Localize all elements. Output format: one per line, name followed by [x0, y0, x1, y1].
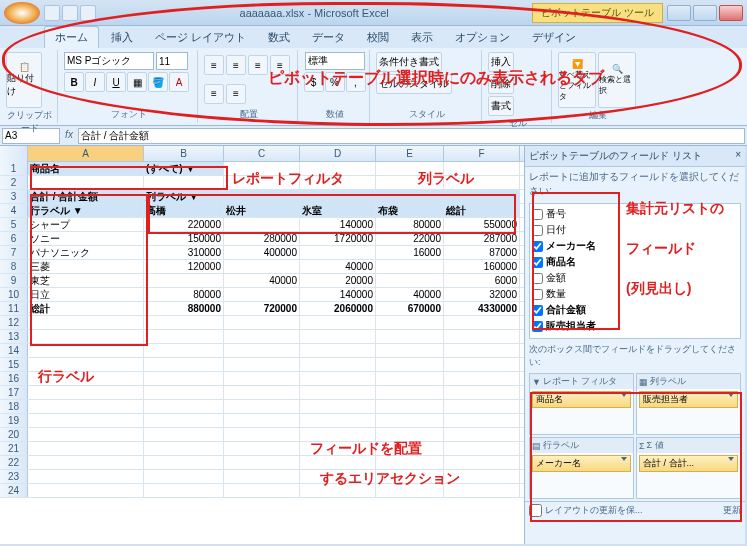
- cell[interactable]: [28, 414, 144, 427]
- cell[interactable]: ソニー: [28, 232, 144, 245]
- cell[interactable]: [444, 316, 520, 329]
- col-header-f[interactable]: F: [444, 146, 520, 161]
- tab-page-layout[interactable]: ページ レイアウト: [145, 27, 256, 48]
- cell[interactable]: [224, 260, 300, 273]
- tab-formulas[interactable]: 数式: [258, 27, 300, 48]
- cell[interactable]: 40000: [224, 274, 300, 287]
- cell[interactable]: [144, 330, 224, 343]
- cell[interactable]: 670000: [376, 302, 444, 315]
- cell[interactable]: 550000: [444, 218, 520, 231]
- cell[interactable]: [300, 372, 376, 385]
- align-right-button[interactable]: ≡: [226, 84, 246, 104]
- undo-icon[interactable]: [62, 5, 78, 21]
- row-header[interactable]: 13: [0, 330, 28, 343]
- cell[interactable]: 400000: [224, 246, 300, 259]
- col-header-d[interactable]: D: [300, 146, 376, 161]
- cell[interactable]: 総計: [444, 204, 520, 217]
- field-checkbox[interactable]: [532, 241, 543, 252]
- cell[interactable]: 80000: [376, 218, 444, 231]
- cell[interactable]: [444, 372, 520, 385]
- cell[interactable]: [144, 386, 224, 399]
- cell[interactable]: [28, 442, 144, 455]
- cell[interactable]: 合計 / 合計金額: [28, 190, 144, 203]
- cell[interactable]: [300, 358, 376, 371]
- row-header[interactable]: 6: [0, 232, 28, 245]
- row-header[interactable]: 19: [0, 414, 28, 427]
- field-checkbox[interactable]: [532, 321, 543, 332]
- align-bot-button[interactable]: ≡: [248, 55, 268, 75]
- row-header[interactable]: 15: [0, 358, 28, 371]
- cell[interactable]: [444, 414, 520, 427]
- cell[interactable]: [28, 386, 144, 399]
- row-header[interactable]: 4: [0, 204, 28, 217]
- cell[interactable]: [376, 400, 444, 413]
- field-checkbox[interactable]: [532, 225, 543, 236]
- row-header[interactable]: 22: [0, 456, 28, 469]
- cell[interactable]: [444, 428, 520, 441]
- col-header-c[interactable]: C: [224, 146, 300, 161]
- defer-checkbox[interactable]: [529, 504, 542, 517]
- tab-insert[interactable]: 挿入: [101, 27, 143, 48]
- cell[interactable]: 布袋: [376, 204, 444, 217]
- cell[interactable]: [144, 400, 224, 413]
- row-header[interactable]: 9: [0, 274, 28, 287]
- col-header-b[interactable]: B: [144, 146, 224, 161]
- cell[interactable]: [300, 414, 376, 427]
- save-icon[interactable]: [44, 5, 60, 21]
- cell[interactable]: [300, 246, 376, 259]
- cell[interactable]: [28, 484, 144, 497]
- row-header[interactable]: 21: [0, 442, 28, 455]
- cell[interactable]: 列ラベル ▼: [144, 190, 224, 203]
- fill-color-button[interactable]: 🪣: [148, 72, 168, 92]
- cell[interactable]: 氷室: [300, 204, 376, 217]
- tab-options[interactable]: オプション: [445, 27, 520, 48]
- field-checkbox[interactable]: [532, 209, 543, 220]
- area-item[interactable]: メーカー名: [532, 455, 631, 472]
- format-cells-button[interactable]: 書式: [488, 96, 514, 116]
- cell[interactable]: [224, 428, 300, 441]
- row-header[interactable]: 24: [0, 484, 28, 497]
- cell[interactable]: [224, 484, 300, 497]
- col-header-a[interactable]: A: [28, 146, 144, 161]
- grid-body[interactable]: 1商品名(すべて) ▼23合計 / 合計金額列ラベル ▼4行ラベル ▼高橋松井氷…: [0, 162, 524, 498]
- cell[interactable]: (すべて) ▼: [144, 162, 224, 175]
- cell[interactable]: 287000: [444, 232, 520, 245]
- redo-icon[interactable]: [80, 5, 96, 21]
- cell[interactable]: 6000: [444, 274, 520, 287]
- cell[interactable]: 22000: [376, 232, 444, 245]
- field-checkbox[interactable]: [532, 257, 543, 268]
- cell[interactable]: [224, 288, 300, 301]
- cell[interactable]: [376, 386, 444, 399]
- cell[interactable]: [224, 316, 300, 329]
- field-checkbox[interactable]: [532, 289, 543, 300]
- cell[interactable]: [300, 190, 376, 203]
- minimize-button[interactable]: [667, 5, 691, 21]
- row-header[interactable]: 8: [0, 260, 28, 273]
- cell[interactable]: 20000: [300, 274, 376, 287]
- cell[interactable]: 140000: [300, 288, 376, 301]
- cell[interactable]: 松井: [224, 204, 300, 217]
- cell[interactable]: [28, 344, 144, 357]
- cell[interactable]: [376, 372, 444, 385]
- row-header[interactable]: 2: [0, 176, 28, 189]
- cell[interactable]: [300, 316, 376, 329]
- update-button[interactable]: 更新: [723, 504, 741, 517]
- cell[interactable]: 4330000: [444, 302, 520, 315]
- cell[interactable]: [224, 414, 300, 427]
- cell[interactable]: 150000: [144, 232, 224, 245]
- field-list[interactable]: 番号日付メーカー名商品名金額数量合計金額販売担当者: [529, 203, 741, 339]
- area-item[interactable]: 合計 / 合計...: [639, 455, 738, 472]
- field-list-item[interactable]: 販売担当者: [532, 318, 738, 334]
- cell[interactable]: [224, 442, 300, 455]
- cell[interactable]: [224, 218, 300, 231]
- row-header[interactable]: 5: [0, 218, 28, 231]
- cell[interactable]: [376, 358, 444, 371]
- formula-input[interactable]: [78, 128, 745, 144]
- cell[interactable]: [224, 344, 300, 357]
- italic-button[interactable]: I: [85, 72, 105, 92]
- cell[interactable]: [224, 372, 300, 385]
- maximize-button[interactable]: [693, 5, 717, 21]
- cell[interactable]: [28, 330, 144, 343]
- cell[interactable]: パナソニック: [28, 246, 144, 259]
- cell[interactable]: [444, 190, 520, 203]
